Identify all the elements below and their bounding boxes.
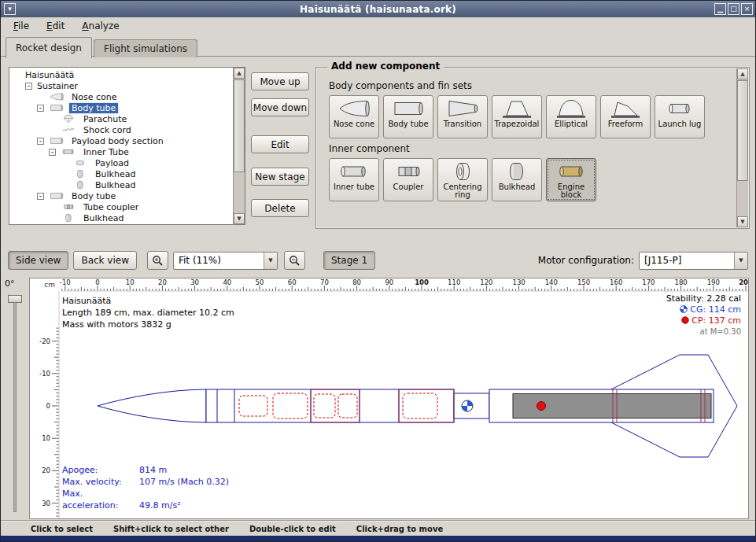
edit-button[interactable]: Edit [251, 135, 309, 153]
tree-row[interactable]: Tube coupler [10, 201, 232, 212]
add-elliptical-button[interactable]: Elliptical [546, 95, 596, 138]
tab-flight-simulations[interactable]: Flight simulations [94, 39, 197, 57]
component-button-label: Coupler [393, 183, 424, 191]
centering-ring-icon [446, 160, 479, 183]
add-body-tube-button[interactable]: Body tube [383, 95, 433, 138]
tree-row[interactable]: -Body tube [10, 190, 232, 201]
zoom-select[interactable]: Fit (11%) ▼ [173, 252, 278, 270]
scroll-down-icon[interactable]: ▼ [234, 213, 245, 224]
add-engine-block-button[interactable]: Engine block [546, 158, 596, 201]
stage-1-button[interactable]: Stage 1 [323, 251, 375, 270]
tree-action-buttons: Move upMove downEditNew stageDelete [251, 72, 309, 217]
svg-text:140: 140 [545, 278, 558, 286]
add-bulkhead-button[interactable]: Bulkhead [492, 158, 542, 201]
body-tube-icon [46, 103, 67, 112]
tree-row[interactable]: -Body tube [10, 102, 232, 113]
add-freeform-button[interactable]: Freeform [600, 95, 651, 138]
svg-text:-10: -10 [39, 370, 50, 378]
rocket-name: Haisunäätä [62, 295, 234, 307]
tree-row[interactable]: Nose cone [10, 91, 232, 102]
tree-row[interactable]: -Inner Tube [10, 146, 232, 157]
dropdown-arrow-icon: ▼ [264, 253, 277, 269]
tree-expander-icon[interactable]: - [37, 138, 44, 145]
svg-text:190: 190 [707, 278, 720, 286]
tab-rocket-design[interactable]: Rocket design [6, 37, 92, 58]
body-tube-icon [46, 191, 67, 201]
status-bar: Click to selectShift+click to select oth… [1, 520, 755, 537]
svg-text:-20: -20 [39, 337, 50, 345]
side-view-button[interactable]: Side view [8, 251, 68, 270]
menu-file[interactable]: File [7, 19, 35, 33]
cg-icon [680, 305, 688, 313]
add-inner-tube-button[interactable]: Inner tube [329, 158, 379, 201]
tree-expander-icon[interactable]: - [25, 83, 32, 90]
tree-row[interactable]: Bulkhead [10, 179, 232, 190]
tree-row[interactable]: Parachute [10, 113, 232, 124]
app-window: ▾ Haisunäätä (haisunaata.ork) ▁□× FileEd… [0, 0, 756, 542]
tabstrip: Rocket designFlight simulations [6, 35, 197, 57]
tree-item-label: Bulkhead [81, 213, 126, 223]
svg-text:90: 90 [385, 278, 393, 286]
svg-text:200: 200 [739, 278, 748, 286]
flight-value: 814 m [139, 465, 167, 475]
inner-tube-icon-wrap [337, 160, 371, 183]
back-view-button[interactable]: Back view [73, 251, 137, 270]
scroll-up-icon[interactable]: ▲ [234, 68, 245, 79]
move-down-button[interactable]: Move down [251, 98, 309, 116]
trapezoidal-icon [500, 98, 533, 120]
add-component-scrollbar-thumb[interactable] [737, 80, 748, 181]
tree-expander-icon[interactable]: - [49, 149, 56, 156]
tree-row[interactable]: -Payload body section [10, 135, 232, 146]
elliptical-icon-wrap [555, 98, 588, 120]
zoom-out-button[interactable] [284, 251, 305, 270]
add-centering-ring-button[interactable]: Centering ring [437, 158, 488, 201]
body-tube-icon [46, 191, 67, 201]
add-component-scrollbar[interactable]: ▲ ▼ [736, 68, 748, 227]
window-bottom-edge [1, 536, 755, 541]
bulkhead-icon [70, 180, 90, 190]
tree-expander-icon[interactable]: - [37, 193, 44, 200]
parachute-icon [58, 114, 79, 124]
tree-item-label: Bulkhead [93, 180, 138, 190]
rotation-slider: 0° [1, 278, 29, 519]
rotation-slider-handle[interactable] [8, 295, 22, 303]
zoom-in-button[interactable] [147, 251, 168, 270]
add-launch-lug-button[interactable]: Launch lug [655, 95, 705, 138]
tree-row[interactable]: Bulkhead [10, 168, 232, 179]
coupler-icon [58, 202, 79, 212]
menu-analyze[interactable]: Analyze [76, 19, 125, 33]
close-button[interactable]: × [741, 3, 753, 15]
motor-configuration-value: [J115-P] [640, 255, 734, 266]
nose-cone-icon [337, 98, 371, 120]
motor-configuration-select[interactable]: [J115-P] ▼ [639, 252, 748, 270]
delete-button[interactable]: Delete [251, 199, 309, 217]
scroll-up-icon[interactable]: ▲ [737, 68, 748, 79]
minimize-button[interactable]: ▁ [714, 3, 726, 15]
tree-scrollbar-thumb[interactable] [234, 79, 245, 172]
move-up-button[interactable]: Move up [251, 72, 309, 90]
tree-row[interactable]: -Sustainer [10, 80, 232, 91]
tree-expander-icon[interactable]: - [37, 105, 44, 112]
tree-row[interactable]: Haisunäätä [10, 69, 232, 80]
minimize-icon: ▁ [717, 5, 723, 13]
tree-row[interactable]: Payload [10, 157, 232, 168]
menu-edit[interactable]: Edit [40, 19, 71, 33]
tree-row[interactable]: Shock cord [10, 124, 232, 135]
close-icon: × [744, 5, 750, 13]
tree-scrollbar[interactable]: ▲ ▼ [233, 68, 245, 224]
add-nose-cone-button[interactable]: Nose cone [329, 95, 379, 138]
rotation-slider-track[interactable] [13, 299, 17, 512]
add-trapezoidal-button[interactable]: Trapezoidal [492, 95, 542, 138]
tree-item-label: Parachute [81, 114, 129, 124]
flight-data-block: Apogee:814 mMax. velocity:107 m/s (Mach … [62, 464, 229, 511]
maximize-button[interactable]: □ [728, 3, 739, 15]
new-stage-button[interactable]: New stage [251, 168, 309, 186]
add-transition-button[interactable]: Transition [437, 95, 488, 138]
scroll-down-icon[interactable]: ▼ [737, 216, 748, 227]
tree-row[interactable]: Bulkhead [10, 212, 232, 223]
add-coupler-button[interactable]: Coupler [383, 158, 433, 201]
rocket-info: Haisunäätä Length 189 cm, max. diameter … [62, 295, 234, 330]
add-component-sections: Body components and fin setsNose coneBod… [329, 76, 733, 201]
rocket-canvas: cm-1001020304050607080901001101201301401… [29, 278, 749, 519]
window-title: Haisunäätä (haisunaata.ork) [1, 4, 755, 15]
